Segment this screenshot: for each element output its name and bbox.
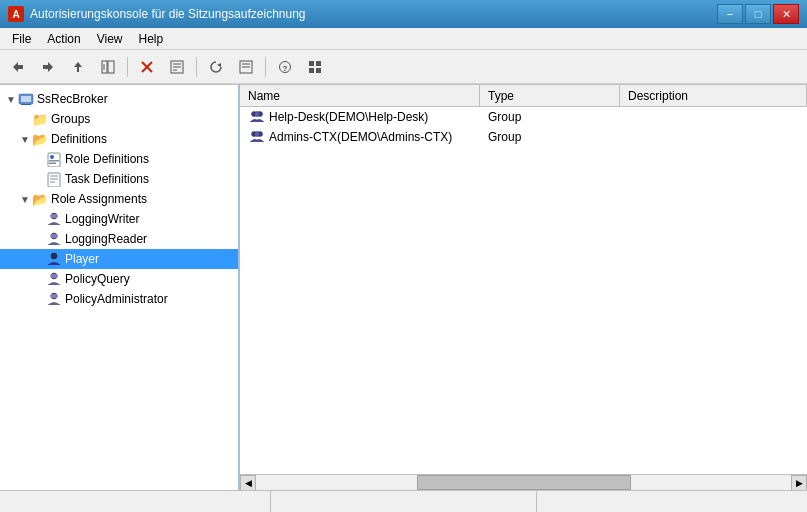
policy-admin-icon [46, 291, 62, 307]
maximize-button[interactable]: □ [745, 4, 771, 24]
menu-bar: File Action View Help [0, 28, 807, 50]
policy-query-icon [46, 271, 62, 287]
svg-rect-26 [21, 104, 31, 105]
scroll-left-btn[interactable]: ◀ [240, 475, 256, 491]
svg-point-28 [50, 155, 54, 159]
svg-rect-21 [309, 68, 314, 73]
col-name[interactable]: Name [240, 85, 480, 106]
menu-action[interactable]: Action [39, 30, 88, 48]
title-bar: A Autorisierungskonsole für die Sitzungs… [0, 0, 807, 28]
task-definitions-icon [46, 171, 62, 187]
tree-item-policy-query[interactable]: PolicyQuery [0, 269, 238, 289]
logging-reader-icon [46, 231, 62, 247]
toggle-ssrecbroker[interactable]: ▼ [4, 92, 18, 106]
status-segment-2 [271, 491, 538, 512]
status-segment-3 [537, 491, 803, 512]
window-controls: − □ ✕ [717, 4, 799, 24]
scroll-thumb[interactable] [417, 475, 631, 490]
groups-icon: 📁 [32, 111, 48, 127]
toggle-player [32, 252, 46, 266]
cell-type-1: Group [480, 127, 620, 146]
svg-rect-43 [50, 294, 58, 298]
col-type[interactable]: Type [480, 85, 620, 106]
tree-item-role-definitions[interactable]: Role Definitions [0, 149, 238, 169]
svg-marker-0 [13, 62, 23, 72]
toggle-task-definitions [32, 172, 46, 186]
menu-help[interactable]: Help [131, 30, 172, 48]
help-button[interactable]: ? [271, 54, 299, 80]
view-button[interactable] [301, 54, 329, 80]
svg-rect-36 [50, 214, 58, 218]
tree-item-task-definitions[interactable]: Task Definitions [0, 169, 238, 189]
menu-file[interactable]: File [4, 30, 39, 48]
svg-rect-38 [50, 234, 58, 238]
tree-item-player[interactable]: Player [0, 249, 238, 269]
list-item[interactable]: Help-Desk(DEMO\Help-Desk) Group [240, 107, 807, 127]
group-icon-0 [248, 108, 266, 126]
export-button[interactable] [232, 54, 260, 80]
h-scrollbar[interactable]: ◀ ▶ [240, 474, 807, 490]
separator-1 [127, 57, 128, 77]
cell-name-1: Admins-CTX(DEMO\Admins-CTX) [240, 127, 480, 146]
separator-3 [265, 57, 266, 77]
tree-label-ssrecbroker: SsRecBroker [37, 92, 108, 106]
col-description[interactable]: Description [620, 85, 807, 106]
tree-label-role-definitions: Role Definitions [65, 152, 149, 166]
scroll-track[interactable] [256, 475, 791, 490]
svg-rect-29 [49, 160, 59, 162]
svg-rect-30 [49, 163, 56, 165]
refresh-button[interactable] [202, 54, 230, 80]
logging-writer-icon [46, 211, 62, 227]
right-panel: Name Type Description Help-Des [240, 85, 807, 490]
tree-item-logging-writer[interactable]: LoggingWriter [0, 209, 238, 229]
toggle-definitions[interactable]: ▼ [18, 132, 32, 146]
cell-desc-0 [620, 107, 807, 126]
cell-desc-1 [620, 127, 807, 146]
svg-point-39 [51, 253, 57, 259]
svg-rect-19 [309, 61, 314, 66]
ssrecbroker-icon [18, 91, 34, 107]
svg-rect-31 [48, 173, 60, 187]
list-item[interactable]: Admins-CTX(DEMO\Admins-CTX) Group [240, 127, 807, 147]
svg-point-49 [255, 131, 260, 136]
list-body: Help-Desk(DEMO\Help-Desk) Group [240, 107, 807, 474]
tree-item-logging-reader[interactable]: LoggingReader [0, 229, 238, 249]
player-icon [46, 251, 62, 267]
menu-view[interactable]: View [89, 30, 131, 48]
minimize-button[interactable]: − [717, 4, 743, 24]
toggle-role-assignments[interactable]: ▼ [18, 192, 32, 206]
delete-button[interactable] [133, 54, 161, 80]
tree-item-policy-admin[interactable]: PolicyAdministrator [0, 289, 238, 309]
tree-item-role-assignments[interactable]: ▼ 📂 Role Assignments [0, 189, 238, 209]
scroll-right-btn[interactable]: ▶ [791, 475, 807, 491]
tree-item-definitions[interactable]: ▼ 📂 Definitions [0, 129, 238, 149]
tree-label-logging-reader: LoggingReader [65, 232, 147, 246]
svg-marker-3 [74, 62, 82, 67]
window-title: Autorisierungskonsole für die Sitzungsau… [30, 7, 306, 21]
forward-button[interactable] [34, 54, 62, 80]
show-hide-tree[interactable] [94, 54, 122, 80]
toggle-logging-reader [32, 232, 46, 246]
toggle-policy-query [32, 272, 46, 286]
toolbar: ? [0, 50, 807, 84]
role-assignments-icon: 📂 [32, 191, 48, 207]
tree-label-definitions: Definitions [51, 132, 107, 146]
svg-marker-13 [217, 63, 221, 67]
up-button[interactable] [64, 54, 92, 80]
tree-label-groups: Groups [51, 112, 90, 126]
list-header: Name Type Description [240, 85, 807, 107]
name-0: Help-Desk(DEMO\Help-Desk) [269, 110, 428, 124]
tree-item-groups[interactable]: 📁 Groups [0, 109, 238, 129]
definitions-icon: 📂 [32, 131, 48, 147]
tree-item-ssrecbroker[interactable]: ▼ SsRecBroker [0, 89, 238, 109]
tree-label-role-assignments: Role Assignments [51, 192, 147, 206]
toggle-groups[interactable] [18, 112, 32, 126]
properties-button[interactable] [163, 54, 191, 80]
svg-rect-22 [316, 68, 321, 73]
tree-panel[interactable]: ▼ SsRecBroker 📁 Groups ▼ 📂 Definitions [0, 85, 240, 490]
toggle-policy-admin [32, 292, 46, 306]
svg-marker-1 [43, 62, 53, 72]
back-button[interactable] [4, 54, 32, 80]
tree-label-player: Player [65, 252, 99, 266]
close-button[interactable]: ✕ [773, 4, 799, 24]
